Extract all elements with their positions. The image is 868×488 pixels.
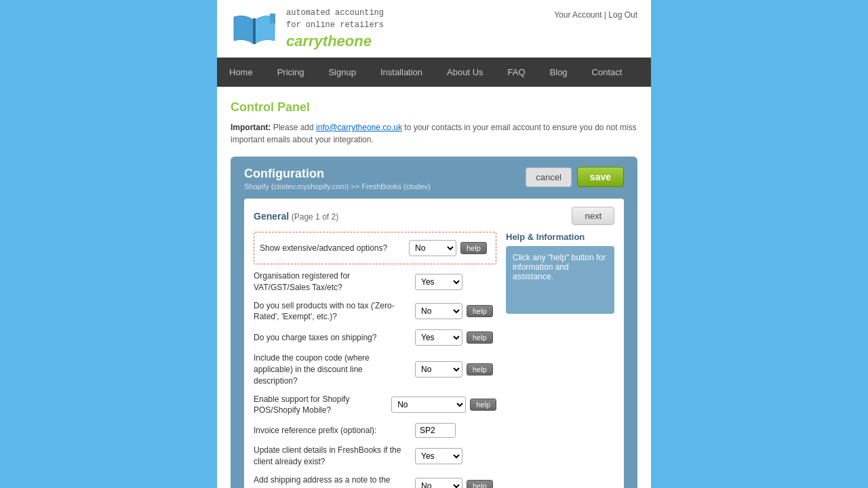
nav-item-signup[interactable]: Signup <box>316 58 368 87</box>
form-row-wrapper-5: Enable support for Shopify POS/Shopify M… <box>254 390 496 420</box>
brand-name: carrytheone <box>286 33 384 50</box>
form-control-vat-registered: YesNo <box>415 274 496 290</box>
form-control-coupon-code: NoYeshelp <box>415 361 496 378</box>
form-control-shipping-note: NoYeshelp <box>415 478 496 488</box>
header: automated accounting for online retailer… <box>217 0 651 58</box>
form-control-shopify-pos: NoYeshelp <box>391 396 496 413</box>
page-title: Control Panel <box>231 100 637 115</box>
config-subtitle: Shopify (ctodev.myshopify.com) >> FreshB… <box>244 182 431 190</box>
tagline: automated accounting for online retailer… <box>286 7 384 31</box>
form-row-shopify-pos: Enable support for Shopify POS/Shopify M… <box>254 390 496 420</box>
nav-item-installation[interactable]: Installation <box>368 58 435 87</box>
select-update-client[interactable]: YesNo <box>415 448 462 464</box>
select-vat-registered[interactable]: YesNo <box>415 274 462 290</box>
form-column: Show extensive/advanced options?NoYeshel… <box>254 232 496 488</box>
form-label-shopify-pos: Enable support for Shopify POS/Shopify M… <box>254 394 391 417</box>
form-section-box: Show extensive/advanced options?NoYeshel… <box>254 232 496 264</box>
general-title: General <box>254 211 289 222</box>
form-row-coupon-code: Include the coupon code (where applicabl… <box>254 349 496 390</box>
form-row-wrapper-3: Do you charge taxes on shipping?YesNohel… <box>254 326 496 349</box>
form-row-update-client: Update client details in FreshBooks if t… <box>254 441 496 471</box>
select-coupon-code[interactable]: NoYes <box>415 361 462 378</box>
select-tax-shipping[interactable]: YesNo <box>415 329 462 346</box>
nav-item-blog[interactable]: Blog <box>538 58 580 87</box>
general-body: Show extensive/advanced options?NoYeshel… <box>254 232 614 488</box>
logo-icon <box>231 10 278 47</box>
input-invoice-prefix[interactable] <box>415 423 456 438</box>
form-row-zero-rated: Do you sell products with no tax ('Zero-… <box>254 297 496 327</box>
help-button-shopify-pos[interactable]: help <box>470 399 496 411</box>
help-button-coupon-code[interactable]: help <box>467 363 493 375</box>
config-buttons: cancel save <box>526 167 624 187</box>
general-header: General (Page 1 of 2) next <box>254 207 614 225</box>
select-extensive-options[interactable]: NoYes <box>409 240 456 256</box>
logout-link[interactable]: Log Out <box>608 10 637 20</box>
form-label-zero-rated: Do you sell products with no tax ('Zero-… <box>254 300 415 323</box>
form-control-extensive-options: NoYeshelp <box>409 240 490 256</box>
logo-text-area: automated accounting for online retailer… <box>286 7 384 50</box>
nav-item-about[interactable]: About Us <box>435 58 495 87</box>
form-row-wrapper-7: Update client details in FreshBooks if t… <box>254 441 496 471</box>
form-label-shipping-note: Add shipping address as a note to the in… <box>254 474 415 488</box>
save-button[interactable]: save <box>577 167 624 187</box>
form-row-wrapper-8: Add shipping address as a note to the in… <box>254 471 496 488</box>
help-button-zero-rated[interactable]: help <box>467 305 493 317</box>
select-shopify-pos[interactable]: NoYes <box>391 396 466 413</box>
help-button-extensive-options[interactable]: help <box>460 242 487 254</box>
help-button-shipping-note[interactable]: help <box>467 480 493 488</box>
nav-bar: HomePricingSignupInstallationAbout UsFAQ… <box>217 58 651 87</box>
help-button-tax-shipping[interactable]: help <box>467 331 493 344</box>
config-title: Configuration <box>244 167 431 181</box>
logo-area: automated accounting for online retailer… <box>231 7 384 50</box>
form-label-coupon-code: Include the coupon code (where applicabl… <box>254 352 415 386</box>
form-label-invoice-prefix: Invoice reference prefix (optional): <box>254 425 415 436</box>
form-row-invoice-prefix: Invoice reference prefix (optional): <box>254 420 496 441</box>
cancel-button[interactable]: cancel <box>526 167 572 187</box>
form-label-vat-registered: Organisation registered for VAT/GST/Sale… <box>254 270 415 293</box>
form-row-vat-registered: Organisation registered for VAT/GST/Sale… <box>254 267 496 297</box>
form-control-update-client: YesNo <box>415 448 496 464</box>
nav-item-faq[interactable]: FAQ <box>496 58 538 87</box>
your-account-link[interactable]: Your Account <box>554 10 601 20</box>
general-page-info: (Page 1 of 2) <box>292 212 338 222</box>
content-area: Control Panel Important: Please add info… <box>217 87 651 488</box>
nav-item-pricing[interactable]: Pricing <box>265 58 317 87</box>
form-label-extensive-options: Show extensive/advanced options? <box>260 243 409 254</box>
form-label-tax-shipping: Do you charge taxes on shipping? <box>254 332 415 344</box>
form-label-update-client: Update client details in FreshBooks if t… <box>254 445 415 468</box>
select-zero-rated[interactable]: NoYes <box>415 303 462 319</box>
next-button[interactable]: next <box>572 207 614 225</box>
select-shipping-note[interactable]: NoYes <box>415 478 462 488</box>
config-panel: Configuration Shopify (ctodev.myshopify.… <box>231 157 637 488</box>
config-title-area: Configuration Shopify (ctodev.myshopify.… <box>244 167 431 190</box>
config-header: Configuration Shopify (ctodev.myshopify.… <box>244 167 624 190</box>
important-notice: Important: Please add info@carrytheone.c… <box>231 121 637 146</box>
form-row-wrapper-4: Include the coupon code (where applicabl… <box>254 349 496 390</box>
form-row-shipping-note: Add shipping address as a note to the in… <box>254 471 496 488</box>
help-column: Help & Information Click any "help" butt… <box>506 232 614 488</box>
form-row-wrapper-6: Invoice reference prefix (optional): <box>254 420 496 441</box>
form-row-wrapper-1: Organisation registered for VAT/GST/Sale… <box>254 267 496 297</box>
nav-item-home[interactable]: Home <box>217 58 265 87</box>
general-title-area: General (Page 1 of 2) <box>254 211 338 222</box>
svg-rect-0 <box>253 18 256 44</box>
form-control-zero-rated: NoYeshelp <box>415 303 496 319</box>
general-section: General (Page 1 of 2) next Show extensiv… <box>244 199 624 488</box>
nav-item-contact[interactable]: Contact <box>580 58 635 87</box>
form-control-tax-shipping: YesNohelp <box>415 329 496 346</box>
help-content: Click any "help" button for information … <box>506 246 614 314</box>
form-row-tax-shipping: Do you charge taxes on shipping?YesNohel… <box>254 326 496 349</box>
important-email-link[interactable]: info@carrytheone.co.uk <box>316 123 402 132</box>
help-title: Help & Information <box>506 232 614 242</box>
form-control-invoice-prefix <box>415 423 496 438</box>
important-label: Important: <box>231 123 271 132</box>
header-links: Your Account | Log Out <box>554 7 637 20</box>
form-row-wrapper-2: Do you sell products with no tax ('Zero-… <box>254 297 496 327</box>
form-row-extensive-options: Show extensive/advanced options?NoYeshel… <box>260 237 490 260</box>
